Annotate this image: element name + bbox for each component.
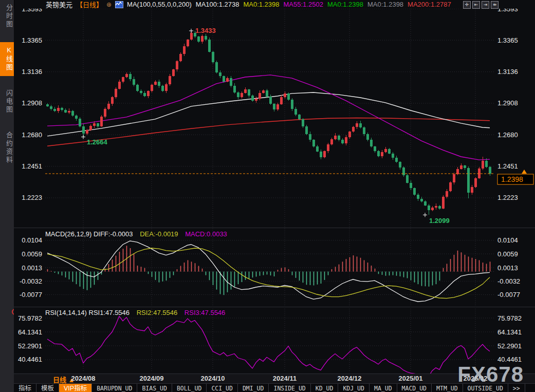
annotation-low-jan: 1.2099 bbox=[429, 217, 450, 225]
price-axis-tick: 1.3365 bbox=[497, 36, 518, 44]
rsi-axis-tick: 75.9782 bbox=[497, 314, 522, 322]
ma-legend: MA(100,0,55,0,0,200)MA100:1.2738MA0:1.23… bbox=[127, 1, 455, 8]
sidebar-tab-2[interactable]: 闪电图 bbox=[0, 85, 14, 118]
rsi-axis-tick: 52.2901 bbox=[497, 342, 522, 350]
price-axis-tick: 1.2451 bbox=[497, 162, 518, 170]
main-area: 英镑美元 【日线】 ⊕ MA(100,0,55,0,0,200)MA100:1.… bbox=[14, 0, 535, 392]
indicator-tab-boll-ud[interactable]: BOLL_UD bbox=[172, 384, 207, 392]
ma-legend-item-1: MA100:1.2738 bbox=[196, 1, 239, 8]
ma-legend-item-6: MA200:1.2787 bbox=[408, 1, 451, 8]
macd-axis-tick: -0.0077 bbox=[20, 291, 42, 298]
macd-axis-tick: -0.0032 bbox=[497, 277, 520, 285]
price-axis-tick: 1.3593 bbox=[497, 9, 518, 13]
indicator-tab-dmi-ud[interactable]: DMI_UD bbox=[238, 384, 269, 392]
price-axis-tick: 1.2680 bbox=[22, 131, 42, 139]
trading-app-window: 分时图K线图闪电图合约资料 英镑美元 【日线】 ⊕ MA(100,0,55,0,… bbox=[0, 0, 535, 392]
candlestick-chart-icon[interactable] bbox=[115, 1, 123, 8]
rsi-axis-tick: 40.4461 bbox=[497, 356, 522, 363]
indicator-tab-kd-ud[interactable]: KD_UD bbox=[311, 384, 339, 392]
time-axis-label: 2024/11 bbox=[273, 375, 297, 382]
rsi-legend: RSI(14,14,14) RSI1:47.5546 RSI2:47.5546 … bbox=[45, 309, 225, 316]
indicator-tab-barupdn-ud[interactable]: BARUPDN_UD bbox=[92, 384, 137, 392]
macd-axis-tick: 0.0104 bbox=[22, 236, 42, 244]
ma-legend-item-2: MA0:1.2398 bbox=[243, 1, 279, 8]
time-axis: 日线 ▲ 2024/082024/092024/102024/112024/12… bbox=[14, 374, 535, 383]
time-axis-label: 2024/12 bbox=[338, 375, 362, 382]
sidebar-tab-1[interactable]: K线图 bbox=[0, 42, 14, 76]
crosshair-icon[interactable]: ✛ bbox=[463, 1, 471, 9]
macd-axis-tick: 0.0059 bbox=[497, 250, 518, 258]
chart-canvas[interactable]: 1.35931.35931.33651.33651.31361.31361.29… bbox=[14, 9, 535, 374]
indicator-tab-ma-ud[interactable]: MA_UD bbox=[370, 384, 397, 392]
annotation-high: 1.3433 bbox=[195, 27, 216, 34]
price-axis-tick: 1.3136 bbox=[497, 68, 518, 76]
symbol-name: 英镑美元 bbox=[46, 0, 72, 9]
macd-axis-tick: 0.0104 bbox=[497, 236, 518, 244]
price-axis-tick: 1.2451 bbox=[22, 162, 42, 170]
last-price-tag: 1.2398 bbox=[501, 175, 523, 183]
indicator-tab-bias-ud[interactable]: BIAS_UD bbox=[137, 384, 172, 392]
time-axis-label: 2024/09 bbox=[140, 375, 164, 382]
rsi-axis-tick: 75.9782 bbox=[18, 314, 42, 322]
indicator-tab-mtm-ud[interactable]: MTM_UD bbox=[432, 384, 463, 392]
price-axis-tick: 1.2908 bbox=[497, 99, 518, 107]
rsi3-value: RSI3:47.5546 bbox=[185, 309, 226, 316]
price-axis-tick: 1.2223 bbox=[22, 194, 42, 201]
macd-diff-value: MACD(26,12,9) DIFF:-0.0003 bbox=[45, 230, 133, 238]
indicator-tab-macd-ud[interactable]: MACD_UD bbox=[397, 384, 432, 392]
rsi1-value: RSI(14,14,14) RSI1:47.5546 bbox=[45, 309, 130, 316]
macd-axis-tick: 0.0059 bbox=[22, 250, 42, 258]
price-axis-tick: 1.3593 bbox=[22, 9, 42, 13]
ma-legend-item-0: MA(100,0,55,0,0,200) bbox=[127, 1, 192, 8]
rsi-axis-tick: 40.4461 bbox=[18, 356, 42, 363]
price-axis-tick: 1.2908 bbox=[22, 99, 42, 107]
indicator-tab-bar: 指标模板VIP指标BARUPDN_UDBIAS_UDBOLL_UDCCI_UDD… bbox=[14, 383, 535, 392]
rsi-axis-tick: 64.1341 bbox=[497, 328, 522, 336]
macd-axis-tick: 0.0013 bbox=[497, 264, 518, 272]
chart-area: 1.35931.35931.33651.33651.31361.31361.29… bbox=[14, 9, 535, 374]
price-axis-tick: 1.3136 bbox=[22, 68, 42, 76]
time-axis-label: 2024/08 bbox=[71, 375, 96, 382]
rsi-axis-tick: 52.2901 bbox=[18, 342, 42, 350]
macd-axis-tick: -0.0032 bbox=[20, 277, 42, 285]
price-axis-tick: 1.3365 bbox=[22, 36, 42, 44]
rsi2-value: RSI2:47.5546 bbox=[137, 309, 178, 316]
sidebar-tab-0[interactable]: 分时图 bbox=[0, 0, 14, 33]
macd-legend: MACD(26,12,9) DIFF:-0.0003 DEA:-0.0019 M… bbox=[45, 230, 227, 238]
circle-plus-icon[interactable]: ⊕ bbox=[106, 1, 112, 8]
ma-legend-item-4: MA0:1.2398 bbox=[327, 1, 363, 8]
indicator-tab-cci-ud[interactable]: CCI_UD bbox=[207, 384, 238, 392]
sidebar-tab-3[interactable]: 合约资料 bbox=[0, 127, 14, 169]
left-sidebar: 分时图K线图闪电图合约资料 bbox=[0, 0, 14, 392]
indicator-tab-kdj-ud[interactable]: KDJ_UD bbox=[338, 384, 370, 392]
indicator-tab--[interactable]: 指标 bbox=[14, 384, 36, 392]
scale-left-icon[interactable]: ⇤ bbox=[472, 1, 480, 9]
indicator-tab--[interactable]: 模板 bbox=[36, 384, 59, 392]
pan-right-icon[interactable]: ⇻ bbox=[491, 1, 499, 9]
macd-dea-value: DEA:-0.0019 bbox=[140, 230, 178, 238]
macd-axis-tick: 0.0013 bbox=[22, 264, 42, 272]
time-axis-label: 2024/10 bbox=[201, 375, 225, 382]
price-axis-tick: 1.2680 bbox=[497, 131, 518, 139]
chart-header: 英镑美元 【日线】 ⊕ MA(100,0,55,0,0,200)MA100:1.… bbox=[14, 0, 535, 9]
time-axis-label: 2025/01 bbox=[399, 375, 423, 382]
rsi-axis-tick: 64.1341 bbox=[18, 328, 42, 336]
period-tag: 【日线】 bbox=[76, 0, 103, 9]
indicator-tab--[interactable]: >> bbox=[508, 384, 525, 392]
macd-hist-value: MACD:0.0033 bbox=[185, 230, 227, 238]
price-axis-tick: 1.2223 bbox=[497, 194, 518, 201]
indicator-tab-outside-ud[interactable]: OUTSIDE_UD bbox=[463, 384, 508, 392]
window-toolbar: ✛⇤⇥⇻ bbox=[463, 1, 499, 9]
indicator-tab-vip-[interactable]: VIP指标 bbox=[59, 384, 92, 392]
indicator-tab-inside-ud[interactable]: INSIDE_UD bbox=[269, 384, 310, 392]
time-axis-label: 2025/02 bbox=[464, 375, 488, 382]
scale-right-icon[interactable]: ⇥ bbox=[482, 1, 489, 9]
ma-legend-item-5: MA0:1.2398 bbox=[367, 1, 403, 8]
annotation-low-aug: 1.2664 bbox=[87, 138, 108, 146]
macd-axis-tick: -0.0077 bbox=[497, 291, 520, 298]
ma-legend-item-3: MA55:1.2502 bbox=[284, 1, 323, 8]
